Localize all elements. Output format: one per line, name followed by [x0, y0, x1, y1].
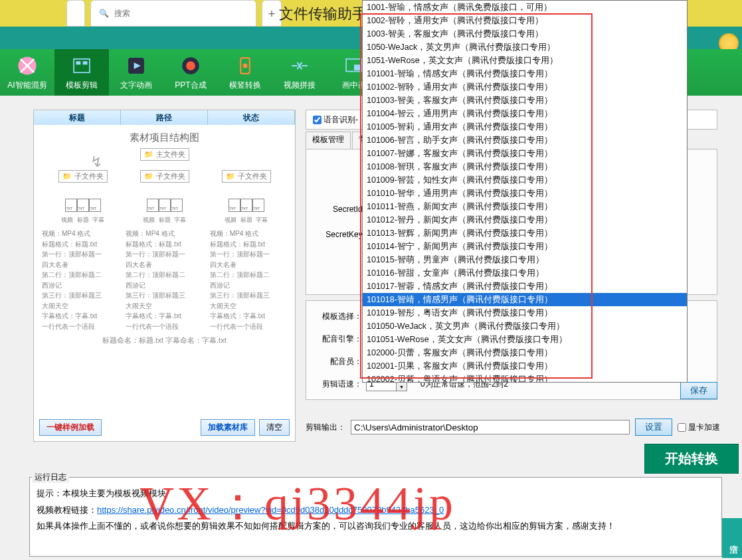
tb-tpl-clip[interactable]: 模板剪辑	[54, 49, 109, 96]
voice-option[interactable]: 101008-智琪，客服女声（腾讯付费版接口专用）	[363, 160, 687, 173]
voice-option[interactable]: 101012-智丹，新闻女声（腾讯付费版接口专用）	[363, 213, 687, 227]
asr-checkbox[interactable]: 语音识别-	[313, 114, 358, 126]
voice-option[interactable]: 101050-WeJack，英文男声（腾讯付费版接口专用）	[363, 320, 687, 333]
voice-dropdown-list[interactable]: 1001-智瑜，情感女声（腾讯免费版接口，可用）1002-智聆，通用女声（腾讯付…	[362, 0, 688, 383]
log-box: 提示：本模块主要为模板视频模块 视频教程链接：https://share.plv…	[29, 477, 722, 557]
tpl-select-label: 模板选择：	[314, 311, 362, 322]
voice-option[interactable]: 101007-智娜，客服女声（腾讯付费版接口专用）	[363, 147, 687, 160]
voice-option[interactable]: 101017-智蓉，情感女声（腾讯付费版接口专用）	[363, 280, 687, 293]
voice-option[interactable]: 1050-WeJack，英文男声（腾讯付费版接口专用）	[363, 41, 687, 54]
tab-template-mgmt[interactable]: 模板管理	[306, 132, 351, 149]
engine-label: 配音引擎：	[314, 333, 362, 345]
voice-option[interactable]: 101015-智萌，男童声（腾讯付费版接口专用）	[363, 253, 687, 266]
voice-option[interactable]: 101006-智言，助手女声（腾讯付费版接口专用）	[363, 134, 687, 147]
voice-option[interactable]: 101001-智瑜，情感女声（腾讯付费版接口专用）	[363, 67, 687, 80]
svg-rect-1	[74, 59, 90, 72]
voice-option[interactable]: 1001-智瑜，情感女声（腾讯免费版接口，可用）	[363, 1, 687, 14]
output-label: 剪辑输出：	[306, 422, 345, 433]
tutorial-link[interactable]: https://share.plvideo.cn/front/video/pre…	[97, 505, 444, 515]
structure-diagram: 素材项目结构图 ↯ 📁 主文件夹 📁 子文件夹 📁 子文件夹 📁 子文件夹 视频…	[34, 125, 295, 411]
voice-option[interactable]: 101014-智宁，新闻男声（腾讯付费版接口专用）	[363, 240, 687, 253]
secretkey-label: SecretKey:	[317, 230, 365, 239]
voice-option[interactable]: 101016-智甜，女童声（腾讯付费版接口专用）	[363, 266, 687, 280]
voice-option[interactable]: 1051-WeRose，英文女声（腾讯付费版接口专用）	[363, 54, 687, 67]
sub-folder: 📁 子文件夹	[140, 170, 189, 183]
voice-option[interactable]: 102000-贝蕾，客服女声（腾讯付费版接口专用）	[363, 346, 687, 359]
svg-point-7	[186, 61, 195, 70]
svg-point-9	[243, 64, 248, 68]
settings-button[interactable]: 设置	[635, 419, 672, 436]
cursor-icon: ↯	[90, 153, 102, 171]
voice-option[interactable]: 101018-智靖，情感男声（腾讯付费版接口专用）	[363, 293, 687, 306]
voice-option[interactable]: 101010-智华，通用男声（腾讯付费版接口专用）	[363, 187, 687, 200]
voice-option[interactable]: 101009-智芸，知性女声（腾讯付费版接口专用）	[363, 173, 687, 187]
voice-option[interactable]: 101019-智彤，粤语女声（腾讯付费版接口专用）	[363, 306, 687, 320]
sub-folder: 📁 子文件夹	[58, 170, 108, 183]
speed-label: 剪辑语速：	[314, 379, 362, 390]
save-button[interactable]: 保存	[680, 382, 717, 399]
window-title: 文件传输助手	[279, 0, 367, 24]
voice-label: 配音员：	[314, 356, 362, 367]
tb-concat[interactable]: 视频拼接	[272, 49, 327, 96]
voice-option[interactable]: 101011-智燕，新闻女声（腾讯付费版接口专用）	[363, 200, 687, 213]
tab-stub[interactable]	[66, 0, 85, 27]
load-sample-button[interactable]: 一键样例加载	[39, 419, 102, 436]
tb-orient[interactable]: 横竖转换	[218, 49, 272, 96]
voice-option[interactable]: 101002-智聆，通用女声（腾讯付费版接口专用）	[363, 80, 687, 94]
sub-folder: 📁 子文件夹	[222, 170, 271, 183]
log-title: 运行日志	[32, 472, 69, 483]
left-table-header: 标题 路径 状态	[34, 110, 295, 125]
voice-option[interactable]: 101005-智莉，通用女声（腾讯付费版接口专用）	[363, 120, 687, 134]
tb-text-anim[interactable]: 文字动画	[109, 49, 163, 96]
main-folder: 📁 主文件夹	[140, 148, 189, 161]
left-panel: 标题 路径 状态 素材项目结构图 ↯ 📁 主文件夹 📁 子文件夹 📁 子文件夹 …	[33, 110, 296, 442]
search-input[interactable]	[114, 9, 234, 18]
log-note: 如果具体操作上面不懂的，或者说你想要的剪辑效果不知如何搭配剪辑方案的，可以咨询我…	[37, 518, 715, 535]
gpu-checkbox[interactable]: 显卡加速	[678, 422, 720, 433]
voice-option[interactable]: 1002-智聆，通用女声（腾讯付费版接口专用）	[363, 14, 687, 27]
tb-ppt[interactable]: PPT合成	[163, 49, 218, 96]
svg-rect-11	[354, 64, 361, 70]
voice-option[interactable]: 101004-智云，通用男声（腾讯付费版接口专用）	[363, 107, 687, 120]
tab-search[interactable]: 🔍	[90, 0, 256, 27]
voice-option[interactable]: 101013-智辉，新闻男声（腾讯付费版接口专用）	[363, 227, 687, 240]
voice-option[interactable]: 102002-贝紫，粤语女声（腾讯付费版接口专用）	[363, 373, 687, 383]
browser-tabs: 🔍 +	[66, 0, 282, 27]
load-library-button[interactable]: 加载素材库	[201, 419, 255, 436]
svg-rect-3	[83, 61, 88, 64]
secretid-label: SecretId:	[317, 205, 365, 214]
spin-down-icon[interactable]: ▼	[397, 384, 407, 391]
voice-option[interactable]: 101051-WeRose，英文女声（腾讯付费版接口专用）	[363, 333, 687, 346]
voice-option[interactable]: 1003-智美，客服女声（腾讯付费版接口专用）	[363, 27, 687, 41]
start-convert-button[interactable]: 开始转换	[644, 444, 739, 474]
tb-ai-clip[interactable]: AI智能混剪	[0, 49, 54, 96]
search-icon: 🔍	[99, 9, 109, 18]
voice-option[interactable]: 102001-贝果，客服女声（腾讯付费版接口专用）	[363, 359, 687, 373]
svg-rect-2	[76, 61, 81, 64]
voice-option[interactable]: 101003-智美，客服女声（腾讯付费版接口专用）	[363, 94, 687, 107]
clear-button[interactable]: 清空	[259, 419, 290, 436]
clear-log-button[interactable]: 清空	[722, 518, 742, 558]
output-path-input[interactable]	[351, 420, 630, 434]
log-tip: 提示：本模块主要为模板视频模块	[37, 486, 715, 502]
